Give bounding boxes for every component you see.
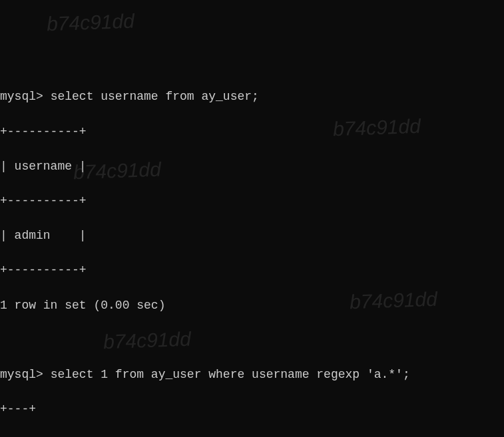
sql-command: select 1 from ay_user where username reg… [51, 368, 410, 381]
command-line[interactable]: mysql> select username from ay_user; [0, 88, 504, 105]
command-line[interactable]: mysql> select 1 from ay_user where usern… [0, 366, 504, 383]
prompt: mysql> [0, 90, 43, 103]
table-header: | username | [0, 158, 504, 175]
table-border: +----------+ [0, 261, 504, 279]
table-border: +----------+ [0, 192, 504, 210]
blank-line [0, 331, 504, 349]
watermark: b74c91dd [46, 7, 134, 39]
table-border: +----------+ [0, 123, 504, 140]
terminal-output: mysql> select username from ay_user; +--… [0, 69, 504, 437]
table-row: | admin | [0, 227, 504, 244]
result-footer: 1 row in set (0.00 sec) [0, 297, 504, 314]
prompt: mysql> [0, 368, 43, 381]
sql-command: select username from ay_user; [51, 90, 259, 103]
table-border: +---+ [0, 400, 504, 418]
